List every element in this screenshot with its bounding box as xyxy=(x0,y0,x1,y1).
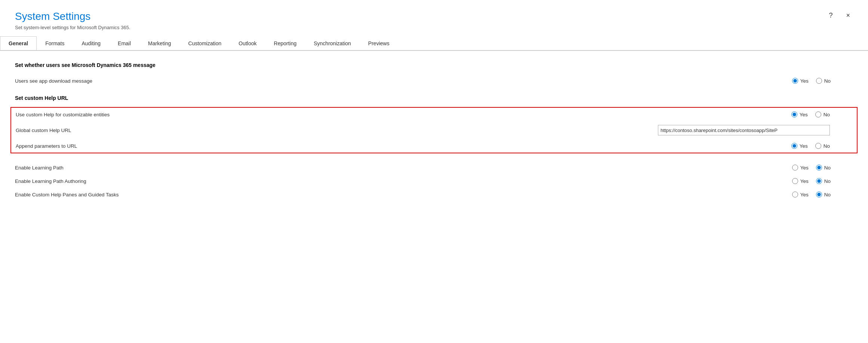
no-label-6: No xyxy=(824,192,831,197)
dialog-subtitle: Set system-level settings for Microsoft … xyxy=(15,25,853,30)
no-label-2: No xyxy=(824,112,830,117)
tab-previews[interactable]: Previews xyxy=(360,36,398,51)
append-parameters-control: Yes No xyxy=(748,143,852,149)
global-custom-help-url-control xyxy=(658,125,852,135)
yes-label-1: Yes xyxy=(800,78,809,84)
tab-outlook[interactable]: Outlook xyxy=(230,36,265,51)
append-parameters-no-option[interactable]: No xyxy=(815,143,830,149)
yes-label-2: Yes xyxy=(800,112,808,117)
dialog-container: System Settings Set system-level setting… xyxy=(0,0,868,343)
users-see-app-yes-radio[interactable] xyxy=(792,78,798,84)
dialog-controls: ? × xyxy=(826,10,853,20)
enable-lpa-yes-radio[interactable] xyxy=(792,178,798,184)
dialog-title: System Settings xyxy=(15,10,853,22)
append-parameters-label: Append parameters to URL xyxy=(16,143,748,149)
use-custom-help-no-radio[interactable] xyxy=(815,111,821,117)
enable-custom-help-panes-label: Enable Custom Help Panes and Guided Task… xyxy=(15,192,748,197)
enable-learning-path-yes-option[interactable]: Yes xyxy=(792,165,809,171)
dynamics-message-section: Set whether users see Microsoft Dynamics… xyxy=(15,62,853,88)
no-label-3: No xyxy=(824,143,830,149)
enable-chp-no-option[interactable]: No xyxy=(816,192,831,197)
enable-lpa-no-option[interactable]: No xyxy=(816,178,831,184)
users-see-app-control: Yes No xyxy=(748,78,853,84)
tab-auditing[interactable]: Auditing xyxy=(73,36,109,51)
custom-help-url-heading: Set custom Help URL xyxy=(15,95,853,101)
row-enable-learning-path-authoring: Enable Learning Path Authoring Yes No xyxy=(15,174,853,188)
yes-label-3: Yes xyxy=(800,143,808,149)
enable-learning-path-no-option[interactable]: No xyxy=(816,165,831,171)
yes-label-6: Yes xyxy=(800,192,809,197)
dynamics-message-heading: Set whether users see Microsoft Dynamics… xyxy=(15,62,853,68)
highlighted-section: Use custom Help for customizable entitie… xyxy=(10,107,858,153)
enable-chp-yes-radio[interactable] xyxy=(792,192,798,197)
custom-help-url-section: Set custom Help URL Use custom Help for … xyxy=(15,95,853,153)
row-append-parameters: Append parameters to URL Yes No xyxy=(16,139,852,153)
no-label-1: No xyxy=(824,78,831,84)
enable-chp-no-radio[interactable] xyxy=(816,192,822,197)
append-parameters-yes-option[interactable]: Yes xyxy=(791,143,808,149)
tabs-container: GeneralFormatsAuditingEmailMarketingCust… xyxy=(0,36,868,51)
close-button[interactable]: × xyxy=(843,10,853,20)
append-parameters-yes-radio[interactable] xyxy=(791,143,797,149)
tab-reporting[interactable]: Reporting xyxy=(265,36,305,51)
enable-learning-path-yes-radio[interactable] xyxy=(792,165,798,171)
enable-lpa-yes-option[interactable]: Yes xyxy=(792,178,809,184)
row-enable-custom-help-panes: Enable Custom Help Panes and Guided Task… xyxy=(15,188,853,201)
yes-label-5: Yes xyxy=(800,178,809,184)
use-custom-help-label: Use custom Help for customizable entitie… xyxy=(16,112,748,117)
users-see-app-yes-option[interactable]: Yes xyxy=(792,78,809,84)
enable-learning-path-label: Enable Learning Path xyxy=(15,165,748,171)
global-custom-help-url-label: Global custom Help URL xyxy=(16,128,658,133)
help-button[interactable]: ? xyxy=(826,10,835,20)
users-see-app-label: Users see app download message xyxy=(15,78,748,84)
enable-custom-help-panes-control: Yes No xyxy=(748,192,853,197)
tab-email[interactable]: Email xyxy=(109,36,139,51)
users-see-app-no-option[interactable]: No xyxy=(816,78,831,84)
enable-lpa-no-radio[interactable] xyxy=(816,178,822,184)
enable-learning-path-no-radio[interactable] xyxy=(816,165,822,171)
use-custom-help-yes-radio[interactable] xyxy=(791,111,797,117)
tab-formats[interactable]: Formats xyxy=(37,36,73,51)
use-custom-help-no-option[interactable]: No xyxy=(815,111,830,117)
global-custom-help-url-input[interactable] xyxy=(658,125,830,135)
tab-marketing[interactable]: Marketing xyxy=(139,36,179,51)
row-global-custom-help-url: Global custom Help URL xyxy=(16,121,852,139)
no-label-5: No xyxy=(824,178,831,184)
append-parameters-no-radio[interactable] xyxy=(815,143,821,149)
use-custom-help-yes-option[interactable]: Yes xyxy=(791,111,808,117)
content-area: Set whether users see Microsoft Dynamics… xyxy=(0,51,868,212)
enable-learning-path-control: Yes No xyxy=(748,165,853,171)
row-users-see-app-download: Users see app download message Yes No xyxy=(15,74,853,88)
users-see-app-no-radio[interactable] xyxy=(816,78,822,84)
dialog-header: System Settings Set system-level setting… xyxy=(0,0,868,36)
use-custom-help-control: Yes No xyxy=(748,111,852,117)
enable-learning-path-authoring-control: Yes No xyxy=(748,178,853,184)
row-use-custom-help: Use custom Help for customizable entitie… xyxy=(16,108,852,121)
learning-section: Enable Learning Path Yes No Enable Learn… xyxy=(15,161,853,201)
row-enable-learning-path: Enable Learning Path Yes No xyxy=(15,161,853,174)
enable-learning-path-authoring-label: Enable Learning Path Authoring xyxy=(15,178,748,184)
tab-customization[interactable]: Customization xyxy=(180,36,230,51)
tab-general[interactable]: General xyxy=(0,36,37,51)
yes-label-4: Yes xyxy=(800,165,809,171)
enable-chp-yes-option[interactable]: Yes xyxy=(792,192,809,197)
tab-synchronization[interactable]: Synchronization xyxy=(305,36,360,51)
no-label-4: No xyxy=(824,165,831,171)
